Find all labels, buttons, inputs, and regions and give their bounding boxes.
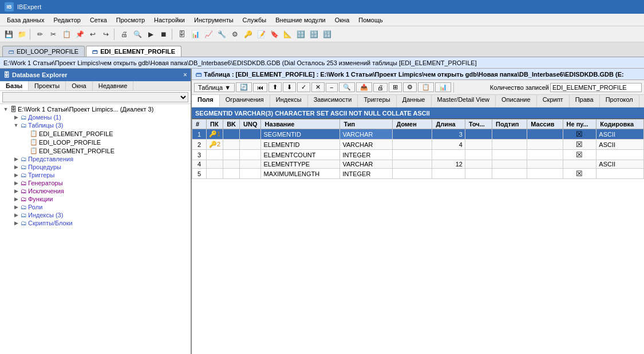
sub-tab-triggers[interactable]: Триггеры [358, 95, 396, 107]
toolbar-sort-desc[interactable]: ⬇ [283, 82, 296, 92]
sub-tab-script[interactable]: Скрипт [537, 95, 570, 107]
db-tab-bases[interactable]: Базы [0, 81, 29, 90]
sub-tab-indexes[interactable]: Индексы [270, 95, 308, 107]
tree-expand-exceptions[interactable]: ▶ [13, 188, 19, 194]
tool-search[interactable]: 🔍 [131, 28, 144, 41]
tree-root[interactable]: ▼ 🗄 E:\Work 1 Статьи\Проект Limpics... (… [1, 105, 189, 113]
table-row[interactable]: 2 🔑2 ELEMENTID VARCHAR 4 ☒ ASCII [192, 140, 644, 150]
toolbar-first[interactable]: ⏮ [253, 83, 267, 92]
record-count-input[interactable] [550, 83, 642, 92]
menu-services[interactable]: Службы [238, 15, 271, 25]
tool-stop[interactable]: ⏹ [157, 28, 170, 41]
sub-tab-protocol[interactable]: Протокол [600, 95, 639, 107]
tool-db11[interactable]: 🔡 [307, 28, 320, 41]
sub-tab-dependencies[interactable]: Зависимости [308, 95, 358, 107]
tree-item-roles[interactable]: ▶ 🗂 Роли [1, 203, 189, 211]
tool-run[interactable]: ▶ [144, 28, 157, 41]
db-explorer-close-btn[interactable]: × [183, 71, 187, 79]
table-row[interactable]: 3 ELEMENTCOUNT INTEGER ☒ [192, 150, 644, 160]
table-row[interactable]: 5 MAXIMUMLENGTH INTEGER ☒ [192, 169, 644, 179]
toolbar-settings2[interactable]: ⚙ [403, 82, 417, 92]
sub-tab-master-detail[interactable]: Master/Detail View [432, 95, 496, 107]
toolbar-sort-asc[interactable]: ⬆ [268, 82, 282, 92]
toolbar-filter[interactable]: 🔍 [339, 82, 355, 92]
tool-db2[interactable]: 📊 [189, 28, 202, 41]
tool-db6[interactable]: 🔑 [242, 28, 254, 41]
tree-item-views[interactable]: ▶ 🗂 Представления [1, 155, 189, 163]
toolbar-minus[interactable]: − [326, 83, 337, 92]
tool-db10[interactable]: 🔠 [294, 28, 307, 41]
sub-tab-fields[interactable]: Поля [192, 95, 220, 107]
menu-settings[interactable]: Настройки [149, 15, 189, 25]
tool-db7[interactable]: 📝 [255, 28, 267, 41]
menu-external[interactable]: Внешние модули [271, 15, 330, 25]
tool-db9[interactable]: 📐 [281, 28, 294, 41]
db-filter-select[interactable] [2, 92, 188, 102]
db-tab-projects[interactable]: Проекты [29, 81, 66, 90]
db-tab-recent[interactable]: Недавние [93, 81, 134, 90]
tab-edi-loop[interactable]: 🗃 EDI_LOOP_PROFILE [2, 46, 85, 57]
tool-db3[interactable]: 📈 [202, 28, 215, 41]
menu-windows[interactable]: Окна [330, 15, 354, 25]
toolbar-export[interactable]: 📤 [356, 82, 372, 92]
tree-expand-domains[interactable]: ▶ [13, 114, 19, 120]
tree-item-generators[interactable]: ▶ 🗂 Генераторы [1, 179, 189, 187]
toolbar-grid[interactable]: ⊞ [389, 82, 402, 92]
tree-expand-generators[interactable]: ▶ [13, 180, 19, 186]
tree-item-indexes[interactable]: ▶ 🗂 Индексы (3) [1, 211, 189, 219]
tree-expand-triggers[interactable]: ▶ [13, 172, 19, 178]
tab-edi-element[interactable]: 🗃 EDI_ELEMENT_PROFILE [86, 46, 181, 57]
sub-tab-data[interactable]: Данные [397, 95, 432, 107]
tree-expand-views[interactable]: ▶ [13, 156, 19, 162]
tool-cut[interactable]: ✂ [47, 28, 60, 41]
tool-redo[interactable]: ↪ [100, 28, 112, 41]
tool-open[interactable]: 📁 [15, 28, 28, 41]
tree-item-scripts[interactable]: ▶ 🗂 Скрипты/Блоки [1, 219, 189, 227]
tree-expand-root[interactable]: ▼ [2, 106, 9, 112]
table-row[interactable]: 1 🔑1 SEGMENTID VARCHAR 3 ☒ ASCII [192, 129, 644, 140]
tree-expand-indexes[interactable]: ▶ [13, 212, 19, 218]
tree-expand-functions[interactable]: ▶ [13, 196, 19, 202]
tool-undo[interactable]: ↩ [86, 28, 99, 41]
tool-edit[interactable]: ✏ [34, 28, 46, 41]
tool-db12[interactable]: 🔢 [321, 28, 333, 41]
menu-help[interactable]: Помощь [354, 15, 388, 25]
tree-expand-tables[interactable]: ▼ [13, 122, 19, 128]
tool-db1[interactable]: 🗄 [176, 28, 188, 41]
toolbar-x[interactable]: ✕ [311, 82, 325, 92]
tool-db4[interactable]: 🔧 [215, 28, 228, 41]
tree-expand-scripts[interactable]: ▶ [13, 220, 19, 226]
toolbar-extra2[interactable]: 📊 [435, 82, 451, 92]
tree-item-exceptions[interactable]: ▶ 🗂 Исключения [1, 187, 189, 195]
menu-view[interactable]: Просмотр [112, 15, 149, 25]
tree-item-procedures[interactable]: ▶ 🗂 Процедуры [1, 163, 189, 171]
tree-item-tables[interactable]: ▼ 🗂 Таблицы (3) [1, 121, 189, 129]
menu-editor[interactable]: Редактор [49, 15, 85, 25]
tree-item-edi-element[interactable]: 📋 EDI_ELEMENT_PROFILE [1, 129, 189, 138]
sub-tab-description[interactable]: Описание [496, 95, 537, 107]
tree-expand-roles[interactable]: ▶ [13, 204, 19, 210]
tool-db8[interactable]: 🔖 [268, 28, 280, 41]
tree-item-domains[interactable]: ▶ 🗂 Домены (1) [1, 113, 189, 121]
tool-copy[interactable]: 📋 [60, 28, 73, 41]
data-table-wrap[interactable]: # ПК BK UNQ Название Тип Домен Длина Точ… [192, 119, 644, 354]
tree-item-triggers[interactable]: ▶ 🗂 Триггеры [1, 171, 189, 179]
toolbar-refresh[interactable]: 🔄 [236, 82, 252, 92]
table-row[interactable]: 4 ELEMENTTYPE VARCHAR 12 ASCII [192, 160, 644, 169]
table-dropdown-btn[interactable]: Таблица ▼ [194, 83, 235, 92]
tool-paste[interactable]: 📌 [73, 28, 86, 41]
menu-database[interactable]: База данных [2, 15, 49, 25]
toolbar-extra1[interactable]: 📋 [418, 82, 434, 92]
menu-tools[interactable]: Инструменты [189, 15, 238, 25]
tool-save[interactable]: 💾 [2, 28, 15, 41]
tool-db5[interactable]: ⚙ [228, 28, 241, 41]
toolbar-print2[interactable]: 🖨 [373, 83, 388, 92]
tool-print[interactable]: 🖨 [118, 28, 131, 41]
tree-item-functions[interactable]: ▶ 🗂 Функции [1, 195, 189, 203]
menu-grid[interactable]: Сетка [85, 15, 112, 25]
toolbar-check[interactable]: ✓ [297, 82, 310, 92]
tree-item-edi-loop[interactable]: 📋 EDI_LOOP_PROFILE [1, 138, 189, 146]
sub-tab-constraints[interactable]: Ограничения [220, 95, 270, 107]
db-tab-windows[interactable]: Окна [66, 81, 93, 90]
tree-item-edi-segment[interactable]: 📋 EDI_SEGMENT_PROFILE [1, 146, 189, 155]
